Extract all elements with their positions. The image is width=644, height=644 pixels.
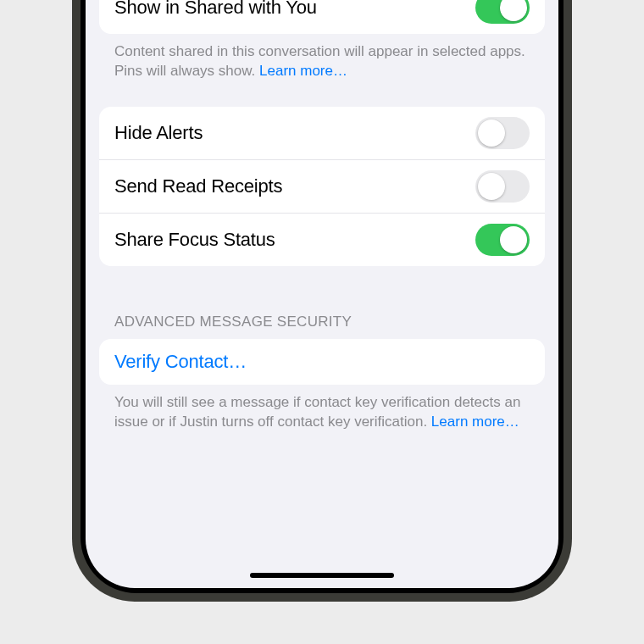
show-in-shared-with-you-label: Show in Shared with You [114, 0, 317, 19]
shared-with-you-learn-more-link[interactable]: Learn more… [259, 63, 347, 79]
hide-alerts-label: Hide Alerts [114, 122, 203, 144]
send-read-receipts-row: Send Read Receipts [99, 159, 545, 213]
toggle-knob [478, 173, 505, 200]
hide-alerts-row: Hide Alerts [99, 107, 545, 159]
shared-with-you-footer: Content shared in this conversation will… [99, 34, 545, 81]
home-indicator[interactable] [250, 573, 394, 578]
verify-contact-row[interactable]: Verify Contact… [99, 339, 545, 385]
advanced-message-security-header: ADVANCED MESSAGE SECURITY [99, 314, 545, 339]
share-focus-status-label: Share Focus Status [114, 229, 275, 251]
hide-alerts-toggle[interactable] [475, 117, 530, 149]
shared-with-you-group: Show in Shared with You [99, 0, 545, 34]
toggle-knob [500, 0, 527, 21]
security-learn-more-link[interactable]: Learn more… [431, 414, 519, 430]
send-read-receipts-toggle[interactable] [475, 170, 530, 203]
security-footer: You will still see a message if contact … [99, 385, 545, 432]
toggle-knob [500, 226, 527, 253]
send-read-receipts-label: Send Read Receipts [114, 175, 282, 197]
phone-bezel: Show in Shared with You Content shared i… [80, 0, 564, 593]
alerts-group: Hide Alerts Send Read Receipts Share Foc… [99, 107, 545, 266]
show-in-shared-with-you-row: Show in Shared with You [99, 0, 545, 34]
share-focus-status-row: Share Focus Status [99, 213, 545, 266]
verify-contact-label: Verify Contact… [114, 351, 247, 372]
show-in-shared-with-you-toggle[interactable] [475, 0, 530, 24]
toggle-knob [478, 119, 505, 147]
share-focus-status-toggle[interactable] [475, 224, 530, 256]
security-group: Verify Contact… [99, 339, 545, 385]
phone-frame: Show in Shared with You Content shared i… [72, 0, 572, 602]
settings-screen: Show in Shared with You Content shared i… [86, 0, 558, 588]
